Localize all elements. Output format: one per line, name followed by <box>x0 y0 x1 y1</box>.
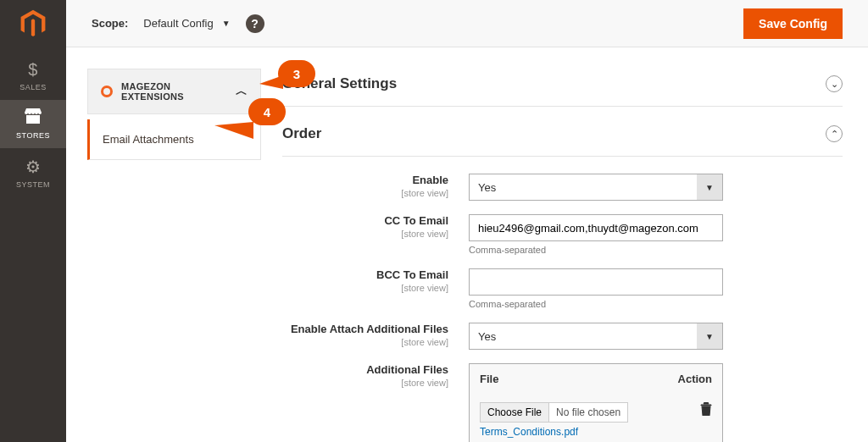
field-label: CC To Email <box>282 214 448 227</box>
file-row: Choose File No file chosen Terms_Conditi… <box>470 394 722 442</box>
caret-down-icon: ▼ <box>697 174 722 200</box>
col-action-header: Action <box>678 373 712 385</box>
scope-label: Scope: <box>92 17 128 30</box>
file-status: No file chosen <box>549 403 627 422</box>
chevron-up-icon: ︿ <box>236 84 248 99</box>
field-additional-files: Additional Files [store view] File Actio… <box>282 363 843 442</box>
nav-label: SALES <box>19 83 47 91</box>
trash-icon[interactable] <box>700 404 712 418</box>
attach-select[interactable]: Yes ▼ <box>469 323 723 350</box>
field-hint: Comma-separated <box>469 299 723 309</box>
scope-hint: [store view] <box>282 229 448 239</box>
scope-hint: [store view] <box>282 283 448 293</box>
callout-tail <box>214 122 253 139</box>
admin-sidebar: $ SALES STORES ⚙ SYSTEM <box>0 0 66 442</box>
scope-hint: [store view] <box>282 378 448 388</box>
field-hint: Comma-separated <box>469 245 723 255</box>
config-form: General Settings ⌄ Order ⌃ Enable [store… <box>261 69 843 442</box>
scope-value: Default Config <box>143 17 213 30</box>
store-icon <box>25 108 42 128</box>
field-bcc-email: BCC To Email [store view] Comma-separate… <box>282 268 843 309</box>
choose-file-button[interactable]: Choose File <box>481 403 549 422</box>
caret-down-icon: ▼ <box>222 19 231 28</box>
field-enable: Enable [store view] Yes ▼ <box>282 174 843 201</box>
ring-icon <box>101 86 113 97</box>
callout-4: 4 <box>248 98 286 125</box>
help-icon[interactable]: ? <box>246 14 264 33</box>
gear-icon: ⚙ <box>25 157 42 177</box>
nav-label: STORES <box>16 131 50 140</box>
field-cc-email: CC To Email [store view] Comma-separated <box>282 214 843 255</box>
config-tabs-panel: MAGEZON EXTENSIONS ︿ Email Attachments 3… <box>87 69 261 442</box>
caret-down-icon: ▼ <box>697 323 722 349</box>
nav-sales[interactable]: $ SALES <box>0 52 66 100</box>
chevron-up-icon: ⌃ <box>826 125 843 142</box>
cc-email-input[interactable] <box>469 214 723 241</box>
content-area: MAGEZON EXTENSIONS ︿ Email Attachments 3… <box>66 47 868 442</box>
callout-3: 3 <box>278 60 315 87</box>
section-order-body: Enable [store view] Yes ▼ CC To Email [s… <box>282 157 843 442</box>
bcc-email-input[interactable] <box>469 268 723 296</box>
nav-label: SYSTEM <box>16 180 50 189</box>
save-config-button[interactable]: Save Config <box>743 8 843 39</box>
select-value: Yes <box>478 330 496 343</box>
field-label: Enable Attach Additional Files <box>282 323 448 335</box>
section-order[interactable]: Order ⌃ <box>282 119 843 157</box>
nav-system[interactable]: ⚙ SYSTEM <box>0 148 66 197</box>
enable-select[interactable]: Yes ▼ <box>469 174 723 201</box>
select-value: Yes <box>478 181 496 194</box>
existing-file-link[interactable]: Terms_Conditions.pdf <box>480 426 700 438</box>
file-input[interactable]: Choose File No file chosen <box>480 402 628 423</box>
topbar: Scope: Default Config ▼ ? Save Config <box>66 0 868 47</box>
files-table: File Action Choose File No file chosen T… <box>469 363 723 442</box>
field-label: BCC To Email <box>282 268 448 281</box>
magento-logo <box>18 8 48 39</box>
nav-stores[interactable]: STORES <box>0 100 66 148</box>
section-general-settings[interactable]: General Settings ⌄ <box>282 69 843 107</box>
scope-hint: [store view] <box>282 188 448 198</box>
field-enable-attach: Enable Attach Additional Files [store vi… <box>282 323 843 350</box>
chevron-down-icon: ⌄ <box>826 75 843 92</box>
accordion-label: MAGEZON EXTENSIONS <box>121 81 236 102</box>
col-file-header: File <box>480 373 678 385</box>
scope-selector[interactable]: Default Config ▼ <box>143 17 230 30</box>
scope-hint: [store view] <box>282 337 448 347</box>
accordion-magezon-extensions[interactable]: MAGEZON EXTENSIONS ︿ <box>87 69 261 114</box>
dollar-icon: $ <box>28 60 38 80</box>
field-label: Additional Files <box>282 363 448 376</box>
section-title: Order <box>282 125 321 142</box>
field-label: Enable <box>282 174 448 186</box>
